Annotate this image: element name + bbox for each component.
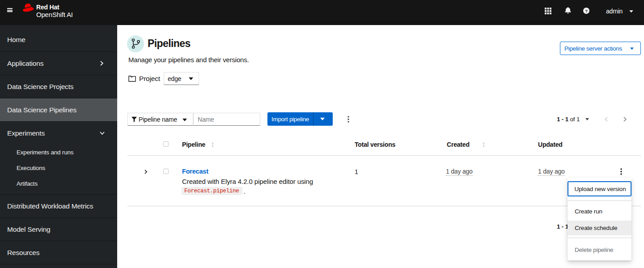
svg-text:?: ? (585, 9, 588, 13)
